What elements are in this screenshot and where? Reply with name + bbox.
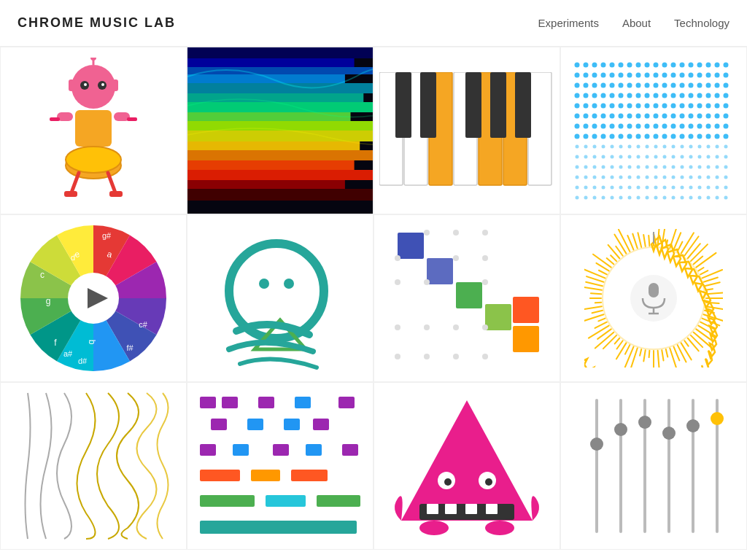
svg-point-122	[584, 104, 589, 109]
svg-line-393	[616, 343, 626, 359]
svg-point-232	[602, 166, 605, 169]
svg-line-387	[649, 351, 650, 357]
svg-point-165	[645, 124, 650, 129]
cell-song-maker[interactable]: a e b d g c f a# d# f# c# g#	[0, 214, 187, 382]
svg-point-169	[680, 124, 685, 129]
cell-kandinsky[interactable]	[187, 214, 374, 382]
svg-point-250	[602, 176, 605, 179]
svg-rect-323	[513, 326, 539, 352]
svg-point-96	[671, 83, 676, 88]
svg-marker-452	[401, 400, 533, 521]
svg-text:c: c	[40, 270, 44, 280]
svg-line-399	[589, 326, 609, 338]
svg-point-167	[662, 124, 667, 129]
svg-point-65	[715, 63, 720, 68]
nav-about[interactable]: About	[622, 17, 651, 29]
svg-point-119	[715, 93, 720, 98]
svg-point-340	[482, 255, 488, 261]
svg-point-186	[671, 134, 676, 139]
nav-technology[interactable]: Technology	[674, 17, 729, 29]
svg-line-392	[625, 345, 630, 354]
svg-point-215	[611, 155, 614, 159]
svg-rect-449	[266, 495, 306, 507]
svg-point-6	[90, 58, 96, 61]
svg-point-292	[654, 196, 658, 200]
svg-point-160	[601, 124, 606, 129]
svg-point-266	[584, 186, 588, 190]
svg-line-422	[632, 234, 637, 249]
svg-point-143	[610, 114, 615, 119]
svg-point-209	[716, 145, 719, 149]
svg-point-129	[645, 104, 650, 109]
svg-point-103	[575, 93, 580, 98]
svg-point-102	[724, 83, 729, 88]
svg-point-154	[706, 114, 711, 119]
voice-ring	[584, 229, 723, 368]
cell-melody[interactable]: /* dots grid */	[374, 214, 560, 382]
svg-point-256	[654, 176, 658, 179]
svg-point-77	[662, 73, 667, 78]
svg-point-475	[711, 412, 724, 425]
cell-strings[interactable]	[0, 382, 187, 550]
cell-piano-roll-sliders[interactable]	[560, 382, 747, 550]
svg-point-93	[645, 83, 650, 88]
svg-point-132	[671, 104, 676, 109]
svg-point-71	[610, 73, 615, 78]
svg-point-236	[637, 166, 640, 169]
cell-voice[interactable]: (function() { const svg = document.query…	[560, 214, 747, 382]
svg-point-15	[66, 147, 121, 173]
svg-point-135	[697, 104, 703, 109]
svg-point-145	[627, 114, 632, 119]
svg-point-267	[593, 186, 597, 190]
cell-piano[interactable]	[374, 47, 560, 214]
svg-point-200	[637, 145, 640, 149]
svg-point-331	[453, 354, 459, 359]
svg-line-365	[706, 292, 723, 294]
svg-line-361	[703, 270, 723, 278]
svg-point-176	[584, 134, 589, 139]
svg-point-254	[637, 176, 640, 179]
svg-line-412	[599, 271, 607, 275]
svg-rect-43	[528, 72, 551, 185]
svg-rect-432	[222, 397, 238, 408]
svg-point-133	[680, 104, 685, 109]
cell-spectrogram[interactable]	[187, 47, 374, 214]
svg-point-260	[689, 176, 693, 179]
nav-experiments[interactable]: Experiments	[538, 17, 599, 29]
cell-dots[interactable]: /* dots */	[560, 47, 747, 214]
svg-point-208	[707, 145, 711, 149]
svg-line-352	[678, 242, 683, 252]
svg-point-112	[654, 93, 659, 98]
svg-point-120	[724, 93, 729, 98]
svg-point-62	[689, 63, 694, 68]
svg-point-239	[663, 166, 667, 169]
svg-point-216	[619, 155, 623, 159]
svg-point-195	[593, 145, 597, 149]
svg-point-70	[601, 73, 606, 78]
svg-point-52	[601, 63, 606, 68]
svg-point-221	[663, 155, 667, 159]
svg-rect-48	[515, 72, 531, 138]
svg-point-328	[482, 324, 488, 330]
main-nav: Experiments About Technology	[538, 17, 729, 29]
svg-point-57	[645, 63, 650, 68]
svg-rect-45	[420, 72, 436, 138]
svg-point-138	[724, 104, 729, 109]
svg-point-188	[689, 134, 694, 139]
svg-point-473	[686, 419, 700, 432]
svg-point-204	[672, 145, 676, 149]
svg-line-377	[688, 338, 699, 351]
svg-line-385	[658, 351, 660, 368]
svg-point-182	[636, 134, 641, 139]
svg-rect-32	[187, 150, 373, 160]
cell-monster[interactable]	[374, 382, 560, 550]
svg-point-54	[619, 63, 624, 68]
cell-rhythm[interactable]	[187, 382, 374, 550]
svg-rect-25	[187, 83, 373, 93]
svg-point-109	[627, 93, 632, 98]
dots-pattern: /* dots */	[570, 58, 738, 203]
svg-point-95	[662, 83, 667, 88]
svg-point-170	[689, 124, 694, 129]
cell-robot[interactable]	[0, 47, 187, 214]
svg-point-58	[654, 63, 659, 68]
